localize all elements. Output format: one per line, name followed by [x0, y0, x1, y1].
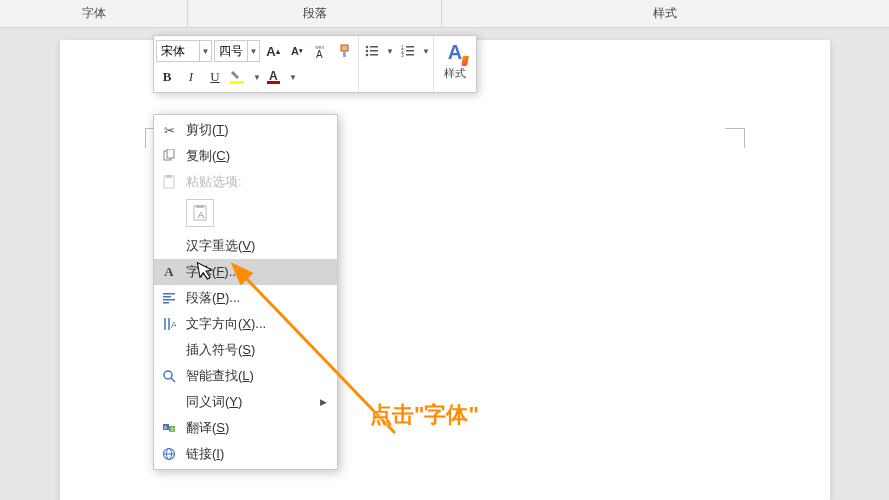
styles-button[interactable]: A 样式: [434, 36, 476, 86]
numbering-button[interactable]: 123: [397, 40, 419, 62]
chevron-down-icon[interactable]: ▼: [421, 40, 431, 62]
menu-item-cut[interactable]: ✂ 剪切(T): [154, 117, 337, 143]
paste-option-keep-text[interactable]: A: [186, 199, 214, 227]
chevron-down-icon[interactable]: ▼: [252, 66, 262, 88]
paste-icon: [160, 173, 178, 191]
format-painter-button[interactable]: [334, 40, 356, 62]
menu-item-font[interactable]: A 字体(F)...: [154, 259, 337, 285]
font-name-combo[interactable]: 宋体 ▼: [156, 40, 212, 62]
chevron-down-icon[interactable]: ▼: [247, 41, 259, 61]
svg-rect-12: [370, 54, 378, 56]
mini-toolbar: 宋体 ▼ 四号 ▼ A▴ A▾ wénA B I U ▼: [153, 35, 477, 93]
link-icon: [160, 445, 178, 463]
copy-icon: [160, 147, 178, 165]
margin-corner-top-right: [725, 128, 745, 148]
svg-text:a: a: [164, 424, 167, 430]
menu-item-paste-heading: 粘贴选项:: [154, 169, 337, 195]
svg-rect-2: [341, 45, 348, 51]
font-name-value: 宋体: [157, 43, 199, 60]
font-color-button[interactable]: A: [264, 66, 286, 88]
menu-item-copy[interactable]: 复制(C): [154, 143, 337, 169]
menu-item-smart-lookup[interactable]: 智能查找(L): [154, 363, 337, 389]
underline-button[interactable]: U: [204, 66, 226, 88]
font-icon: A: [160, 263, 178, 281]
svg-rect-14: [406, 46, 414, 48]
svg-rect-28: [163, 299, 175, 301]
text-direction-icon: A: [160, 315, 178, 333]
svg-rect-22: [166, 175, 172, 178]
bold-button[interactable]: B: [156, 66, 178, 88]
svg-text:A: A: [171, 320, 176, 330]
styles-label: 样式: [444, 66, 466, 81]
search-icon: [160, 367, 178, 385]
mouse-cursor-icon: [196, 259, 218, 284]
grow-font-button[interactable]: A▴: [262, 40, 284, 62]
menu-item-synonyms[interactable]: 同义词(Y) ▶: [154, 389, 337, 415]
phonetic-guide-button[interactable]: wénA: [310, 40, 332, 62]
svg-text:A: A: [269, 69, 278, 83]
context-menu: ✂ 剪切(T) 复制(C) 粘贴选项: A 汉字重选(V) A 字体(F)...…: [153, 114, 338, 470]
svg-rect-6: [267, 81, 280, 84]
svg-text:3: 3: [401, 52, 404, 58]
svg-rect-26: [163, 293, 175, 295]
font-size-value: 四号: [215, 43, 247, 60]
svg-point-33: [164, 371, 172, 379]
ribbon-group-font: 字体: [0, 0, 188, 27]
ribbon-group-paragraph: 段落: [188, 0, 442, 27]
svg-text:文: 文: [170, 426, 175, 432]
svg-point-9: [366, 50, 369, 53]
svg-rect-20: [167, 149, 174, 158]
chevron-down-icon[interactable]: ▼: [199, 41, 211, 61]
svg-line-34: [171, 378, 175, 382]
shrink-font-button[interactable]: A▾: [286, 40, 308, 62]
svg-text:A: A: [316, 49, 323, 59]
menu-item-link[interactable]: 链接(I): [154, 441, 337, 467]
svg-rect-27: [163, 296, 171, 298]
menu-item-paragraph[interactable]: 段落(P)...: [154, 285, 337, 311]
ribbon-group-styles: 样式: [442, 0, 888, 27]
svg-text:A: A: [198, 210, 204, 220]
chevron-down-icon[interactable]: ▼: [385, 40, 395, 62]
cut-icon: ✂: [160, 121, 178, 139]
svg-rect-29: [163, 302, 169, 304]
menu-item-text-direction[interactable]: A 文字方向(X)...: [154, 311, 337, 337]
font-size-combo[interactable]: 四号 ▼: [214, 40, 260, 62]
svg-rect-24: [196, 205, 204, 208]
svg-rect-4: [230, 81, 244, 84]
menu-item-reconvert[interactable]: 汉字重选(V): [154, 233, 337, 259]
chevron-down-icon[interactable]: ▼: [288, 66, 298, 88]
styles-icon: A: [448, 41, 462, 64]
svg-point-11: [366, 54, 369, 57]
svg-point-7: [366, 46, 369, 49]
ribbon-group-labels: 字体 段落 样式: [0, 0, 889, 28]
paragraph-icon: [160, 289, 178, 307]
annotation-text: 点击"字体": [370, 400, 479, 430]
svg-rect-8: [370, 46, 378, 48]
svg-rect-18: [406, 54, 414, 56]
bullets-button[interactable]: [361, 40, 383, 62]
svg-rect-10: [370, 50, 378, 52]
menu-item-insert-symbol[interactable]: 插入符号(S): [154, 337, 337, 363]
italic-button[interactable]: I: [180, 66, 202, 88]
svg-rect-16: [406, 50, 414, 52]
submenu-arrow-icon: ▶: [320, 397, 327, 407]
menu-item-translate[interactable]: a文 翻译(S): [154, 415, 337, 441]
translate-icon: a文: [160, 419, 178, 437]
svg-rect-3: [343, 51, 346, 57]
highlight-button[interactable]: [228, 66, 250, 88]
paste-options-row: A: [154, 195, 337, 233]
